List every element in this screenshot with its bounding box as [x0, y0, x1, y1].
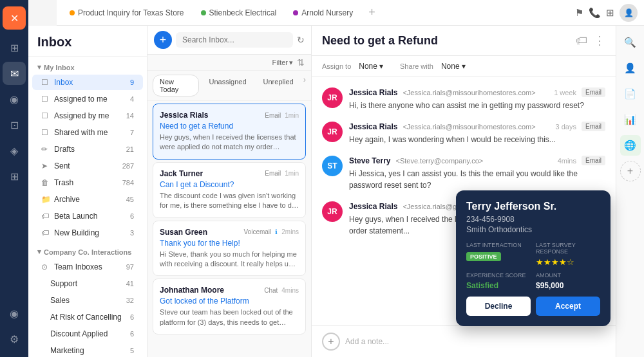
sidebar-icon-notif[interactable]: ◉ — [3, 302, 26, 325]
inbox-item-trash[interactable]: 🗑 Trash 784 — [32, 175, 143, 190]
main-wrapper: Inbox ▾ My Inbox ☐ Inbox 9 ☐ Assigned to… — [28, 26, 644, 357]
popup-actions: Decline Accept — [466, 297, 600, 316]
inbox-title: Inbox — [28, 26, 147, 57]
inbox-item-beta[interactable]: 🏷 Beta Launch 6 — [32, 208, 143, 224]
last-interaction-stat: LAST INTERACTION POSITIVE — [466, 242, 531, 267]
avatar: JR — [322, 201, 343, 222]
conv-item-susan-green[interactable]: Susan Green Voicemail ℹ 2mins Thank you … — [153, 221, 306, 277]
sidebar-icon-home[interactable]: ⊞ — [3, 36, 26, 59]
assigned-by-icon: ☐ — [41, 111, 50, 120]
sentiment-badge: POSITIVE — [466, 252, 501, 261]
beta-icon: 🏷 — [41, 212, 50, 221]
decline-button[interactable]: Decline — [466, 297, 531, 316]
inbox-item-assigned-by[interactable]: ☐ Assigned by me 14 — [32, 108, 143, 124]
conv-meta: Email 1min — [265, 112, 299, 119]
inbox-item-at-risk[interactable]: At Risk of Cancelling 6 — [32, 309, 143, 325]
tab-dot — [70, 10, 75, 15]
add-widget-icon[interactable]: + — [620, 161, 641, 181]
company-section[interactable]: ▾ Company Co. Interactions — [28, 241, 147, 259]
conv-item-header: Jessica Rials Email 1min — [160, 111, 299, 120]
archive-icon: 📁 — [41, 195, 50, 204]
tab-label: Stienbeck Electrical — [209, 8, 277, 17]
search-icon[interactable]: 🔍 — [620, 32, 641, 53]
inbox-item-support[interactable]: Support 41 — [32, 276, 143, 291]
my-inbox-section[interactable]: ▾ My Inbox — [28, 57, 147, 74]
tab-dot — [293, 10, 298, 15]
last-survey-stat: LAST SURVEY RESPONSE ★★★★☆ — [536, 242, 600, 267]
tag-icon[interactable]: 🏷 — [576, 34, 587, 48]
inbox-item-assigned-me[interactable]: ☐ Assigned to me 4 — [32, 91, 143, 107]
sidebar-icon-contacts[interactable]: ◉ — [3, 87, 26, 111]
inbox-item-sales[interactable]: Sales 32 — [32, 293, 143, 308]
contact-name: Terry Jefferson Sr. — [466, 201, 600, 212]
inbox-item-building[interactable]: 🏷 New Building 3 — [32, 225, 143, 241]
accept-button[interactable]: Accept — [536, 297, 600, 316]
tab-unassigned[interactable]: Unassigned — [202, 75, 253, 96]
inbox-item-team[interactable]: ⊙ Team Inboxes 97 — [32, 259, 143, 275]
add-tab-button[interactable]: + — [363, 5, 381, 21]
tab-dot — [201, 10, 206, 15]
filter-button[interactable]: Filter ▾ — [272, 59, 293, 67]
building-icon: 🏷 — [41, 228, 50, 237]
conv-item-jessica-rials[interactable]: Jessica Rials Email 1min Need to get a R… — [153, 104, 306, 160]
assigned-me-icon: ☐ — [41, 95, 50, 104]
phone-icon[interactable]: 📞 — [589, 7, 601, 19]
grid-icon[interactable]: ⊞ — [606, 7, 614, 19]
add-note-button[interactable]: + — [322, 333, 340, 351]
message-item: JR Jessica Rials <Jessica.rials@missouri… — [322, 122, 605, 145]
sidebar-icon-inbox[interactable]: ✉ — [3, 62, 26, 85]
refresh-icon[interactable]: ↻ — [297, 35, 305, 45]
sidebar-icon-settings2[interactable]: ◈ — [3, 139, 26, 162]
person-icon[interactable]: 👤 — [620, 58, 641, 78]
tab-stienbeck[interactable]: Stienbeck Electrical — [194, 6, 283, 20]
sort-icon[interactable]: ⇅ — [297, 57, 305, 68]
flag-icon[interactable]: ⚑ — [575, 7, 583, 19]
more-tabs-button[interactable]: › — [303, 75, 306, 96]
inbox-item-drafts[interactable]: ✏ Drafts 21 — [32, 142, 143, 157]
conv-item-header: Jack Turner Email 1min — [160, 169, 299, 178]
tab-new-today[interactable]: New Today — [153, 75, 199, 96]
share-with-select[interactable]: None ▾ — [437, 60, 469, 73]
more-options-icon[interactable]: ⋮ — [594, 33, 605, 48]
globe-icon[interactable]: 🌐 — [620, 135, 641, 156]
left-sidebar: ✕ ⊞ ✉ ◉ ⊡ ◈ ⊞ ◉ ⚙ — [0, 0, 28, 357]
conversation-title: Need to get a Refund — [322, 34, 438, 48]
message-content: Jessica Rials <Jessica.rials@missourihom… — [349, 87, 605, 111]
header-actions: 🏷 ⋮ — [576, 33, 605, 48]
experience-value: Satisfied — [466, 281, 531, 290]
conv-item-jack-turner[interactable]: Jack Turner Email 1min Can I get a Disco… — [153, 162, 306, 218]
inbox-item-discount[interactable]: Discount Applied 6 — [32, 326, 143, 342]
shared-icon: ☐ — [41, 128, 50, 137]
contact-company: Smith Orthodontics — [466, 225, 600, 234]
main-header: Need to get a Refund 🏷 ⋮ — [312, 26, 616, 56]
new-conversation-button[interactable]: + — [154, 31, 172, 49]
sidebar-icon-gear[interactable]: ⚙ — [3, 327, 26, 351]
tab-unreplied[interactable]: Unreplied — [256, 75, 301, 96]
inbox-item-shared[interactable]: ☐ Shared with me 7 — [32, 125, 143, 140]
experience-stat: EXPERIENCE SCORE Satisfied — [466, 272, 531, 290]
user-avatar[interactable]: 👤 — [620, 4, 638, 22]
rating-stars: ★★★★☆ — [536, 257, 600, 267]
message-content: Steve Terry <Steve.terry@company.co> 4mi… — [349, 156, 605, 191]
tab-label: Arnold Nursery — [301, 8, 353, 17]
inbox-item-inbox[interactable]: ☐ Inbox 9 — [32, 75, 143, 90]
search-input[interactable] — [176, 32, 293, 48]
trash-icon: 🗑 — [41, 178, 50, 187]
inbox-item-archive[interactable]: 📁 Archive 45 — [32, 192, 143, 207]
tab-product-inquiry[interactable]: Product Inquiry for Texas Store — [63, 6, 191, 20]
tab-arnold[interactable]: Arnold Nursery — [287, 6, 359, 20]
sidebar-icon-reports[interactable]: ⊡ — [3, 113, 26, 136]
inbox-item-marketing[interactable]: Marketing 5 — [32, 343, 143, 357]
sidebar-icon-integrations[interactable]: ⊞ — [3, 165, 26, 188]
share-with-field: Share with None ▾ — [400, 60, 469, 73]
brand-logo[interactable]: ✕ — [3, 6, 26, 30]
document-icon[interactable]: 📄 — [620, 84, 641, 104]
avatar: JR — [322, 87, 343, 108]
conv-item-johnathan-moore[interactable]: Johnathan Moore Chat 4mins Got locked of… — [153, 279, 306, 334]
reply-input[interactable]: Add a note... — [345, 337, 605, 346]
inbox-item-sent[interactable]: ➤ Sent 287 — [32, 158, 143, 174]
contact-phone: 234-456-9908 — [466, 215, 600, 224]
assign-to-select[interactable]: None ▾ — [355, 60, 387, 73]
drafts-icon: ✏ — [41, 145, 50, 154]
chart-icon[interactable]: 📊 — [620, 109, 641, 130]
